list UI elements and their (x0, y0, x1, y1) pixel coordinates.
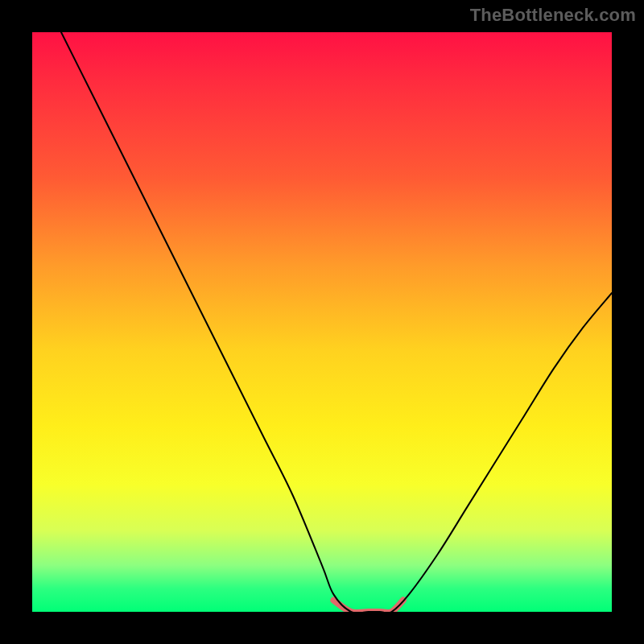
chart-frame: TheBottleneck.com (0, 0, 644, 644)
watermark-text: TheBottleneck.com (470, 5, 636, 26)
curve-svg (32, 32, 612, 612)
bottleneck-curve-line (61, 32, 612, 612)
plot-area (32, 32, 612, 612)
